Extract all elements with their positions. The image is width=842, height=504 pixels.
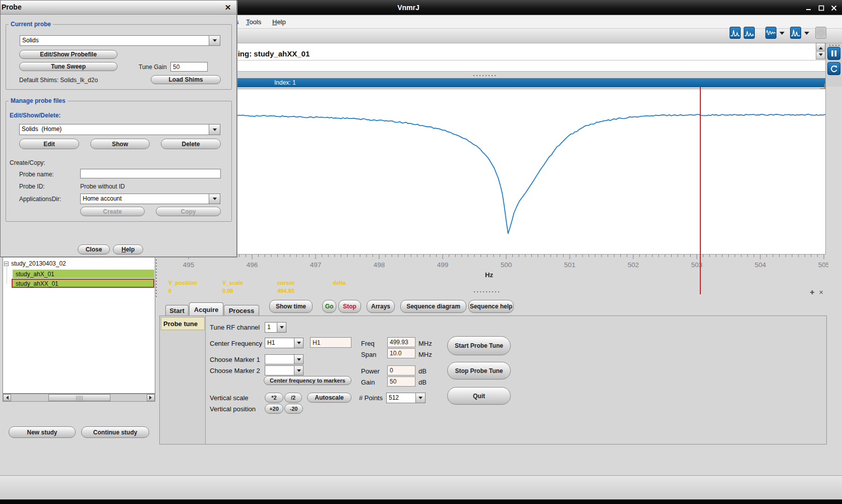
gain-input[interactable] — [387, 376, 415, 387]
spectrum-icon[interactable] — [730, 27, 741, 39]
dialog-close-icon[interactable]: ✕ — [223, 3, 233, 13]
new-study-button[interactable]: New study — [9, 426, 76, 438]
canvas-grip-top[interactable] — [472, 75, 498, 77]
menu-help[interactable]: Help — [272, 18, 286, 26]
points-dropdown-icon[interactable] — [415, 393, 426, 403]
marker2-dropdown-icon[interactable] — [294, 365, 304, 375]
tune-rf-combo[interactable]: 1 — [265, 322, 286, 333]
appdir-combo[interactable]: Home account — [80, 194, 220, 204]
study-hscrollbar[interactable] — [3, 394, 155, 402]
continue-study-button[interactable]: Continue study — [81, 426, 149, 438]
probefile-dropdown-icon[interactable] — [209, 124, 220, 135]
axis-tick-label: 495 — [183, 261, 195, 269]
quit-button[interactable]: Quit — [447, 387, 511, 405]
probe-id-value: Probe without ID — [80, 183, 125, 190]
stop-button[interactable]: Stop — [338, 300, 361, 313]
edit-button[interactable]: Edit — [19, 139, 79, 149]
sequence-help-button[interactable]: Sequence help — [468, 300, 514, 313]
sequence-diagram-button[interactable]: Sequence diagram — [400, 300, 466, 313]
peaks-icon[interactable] — [790, 27, 801, 39]
scroll-down-icon[interactable] — [816, 51, 825, 59]
acquire-content — [159, 316, 827, 445]
copy-button[interactable]: Copy — [156, 207, 221, 216]
power-unit: dB — [418, 367, 427, 375]
fid-dropdown-icon[interactable] — [779, 32, 785, 37]
load-shims-button[interactable]: Load Shims — [151, 75, 221, 84]
probe-name-label: Probe name: — [19, 171, 54, 178]
vposition-value: 0 — [168, 288, 171, 294]
spectrum-2-icon[interactable] — [744, 27, 755, 39]
tune-plot[interactable] — [236, 89, 826, 255]
freq-input[interactable] — [387, 337, 415, 347]
tune-gain-input[interactable] — [170, 62, 208, 72]
show-button[interactable]: Show — [90, 139, 150, 149]
tune-rf-dropdown-icon[interactable] — [277, 322, 286, 333]
axis-tick-label: 504 — [755, 261, 766, 269]
vscale-mul2-button[interactable]: *2 — [265, 393, 283, 403]
pin-icon[interactable]: ✚ — [810, 289, 814, 296]
center-markers-button[interactable]: Center frequency to markers — [264, 376, 351, 385]
stop-probe-tune-button[interactable]: Stop Probe Tune — [447, 362, 511, 380]
vscale-div2-button[interactable]: /2 — [284, 393, 302, 403]
scroll-right-icon[interactable] — [147, 394, 155, 401]
scroll-left-icon[interactable] — [3, 394, 11, 401]
start-probe-tune-button[interactable]: Start Probe Tune — [447, 336, 511, 355]
tab-start[interactable]: Start — [165, 305, 189, 316]
probe-name-input[interactable] — [80, 169, 221, 178]
edit-show-probefile-button[interactable]: Edit/Show Probefile — [19, 50, 117, 59]
scroll-up-icon[interactable] — [816, 43, 825, 51]
fid-icon[interactable] — [765, 27, 776, 39]
dialog-close-button[interactable]: Close — [78, 244, 110, 255]
x-axis: 495496497498499500501502503504505 — [156, 255, 828, 270]
arrays-button[interactable]: Arrays — [367, 300, 395, 313]
create-button[interactable]: Create — [80, 207, 145, 216]
panel-grip[interactable] — [473, 291, 500, 293]
probe-dropdown-icon[interactable] — [209, 35, 220, 46]
points-combo[interactable]: 512 — [386, 393, 426, 403]
marker1-dropdown-icon[interactable] — [294, 354, 304, 364]
tab-process[interactable]: Process — [224, 305, 259, 316]
marker1-combo[interactable] — [265, 354, 304, 364]
study-root[interactable]: study_20130403_02 — [11, 260, 66, 267]
menu-tools[interactable]: Tools — [246, 18, 261, 26]
span-input[interactable] — [387, 348, 415, 358]
minimize-icon[interactable] — [805, 4, 812, 12]
maximize-icon[interactable] — [817, 4, 825, 12]
strip-grip[interactable] — [828, 44, 839, 46]
autoscale-button[interactable]: Autoscale — [307, 393, 351, 403]
panel-close-icon[interactable]: ✕ — [819, 289, 823, 296]
target-icon — [815, 27, 826, 39]
gain-label: Gain — [361, 379, 375, 386]
splitter-grip[interactable] — [155, 256, 158, 299]
power-input[interactable] — [387, 365, 415, 375]
axis-tick-label: 499 — [437, 261, 449, 269]
center-freq-input[interactable] — [310, 337, 351, 348]
sidebar-item-probe-tune[interactable]: Probe tune — [161, 317, 205, 330]
redo-icon[interactable] — [827, 62, 840, 75]
vpos-minus20-button[interactable]: -20 — [284, 404, 303, 414]
show-time-button[interactable]: Show time — [269, 300, 313, 313]
scroll-thumb[interactable] — [48, 394, 110, 401]
marker2-combo[interactable] — [265, 365, 304, 375]
cursor-line[interactable] — [700, 87, 701, 294]
vpos-plus20-button[interactable]: +20 — [265, 404, 283, 414]
center-freq-combo[interactable]: H1 — [265, 338, 304, 348]
tune-curve — [237, 114, 826, 233]
probefile-combo[interactable]: Solids (Home) — [19, 124, 220, 135]
study-item[interactable]: study_ahX_01 — [13, 270, 154, 278]
pause-icon[interactable] — [827, 47, 840, 60]
dialog-help-button[interactable]: Help — [113, 244, 143, 255]
tree-collapse-icon[interactable] — [4, 262, 9, 266]
probe-combo[interactable]: Solids — [20, 35, 220, 46]
delete-button[interactable]: Delete — [161, 139, 221, 149]
axis-tick-label: 496 — [247, 261, 258, 269]
tune-sweep-button[interactable]: Tune Sweep — [19, 62, 117, 71]
center-freq-dropdown-icon[interactable] — [294, 338, 304, 348]
probe-dialog-titlebar[interactable]: Probe ✕ — [1, 1, 236, 15]
study-item-selected[interactable]: study_ahXX_01 — [12, 279, 154, 288]
peaks-dropdown-icon[interactable] — [804, 32, 809, 37]
go-button[interactable]: Go — [322, 300, 336, 313]
appdir-dropdown-icon[interactable] — [209, 194, 220, 204]
close-icon[interactable] — [830, 4, 837, 12]
tab-acquire[interactable]: Acquire — [189, 302, 223, 316]
